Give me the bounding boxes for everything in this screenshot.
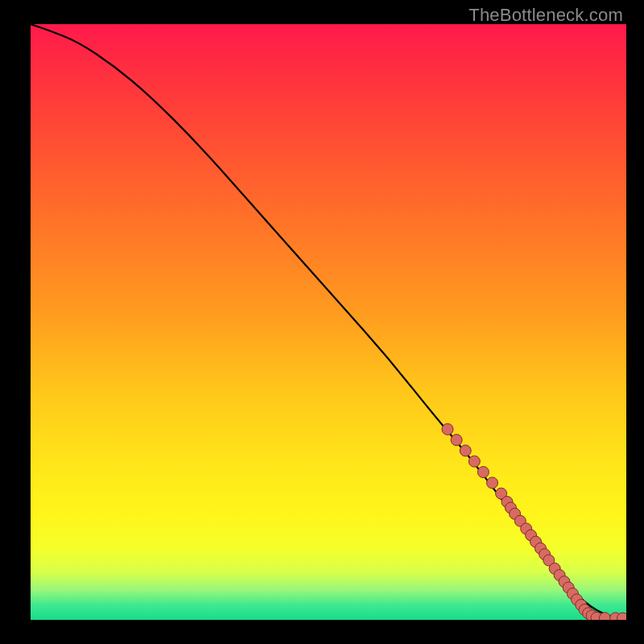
watermark-text: TheBottleneck.com [469,5,623,26]
marker-point [477,466,489,477]
marker-point [469,456,480,467]
plot-background [31,24,626,620]
marker-point [442,423,453,435]
bottleneck-chart [31,24,626,620]
chart-stage: TheBottleneck.com [0,0,644,644]
marker-point [599,613,610,620]
marker-point [487,477,498,489]
marker-point [460,445,471,456]
marker-point [451,435,462,446]
